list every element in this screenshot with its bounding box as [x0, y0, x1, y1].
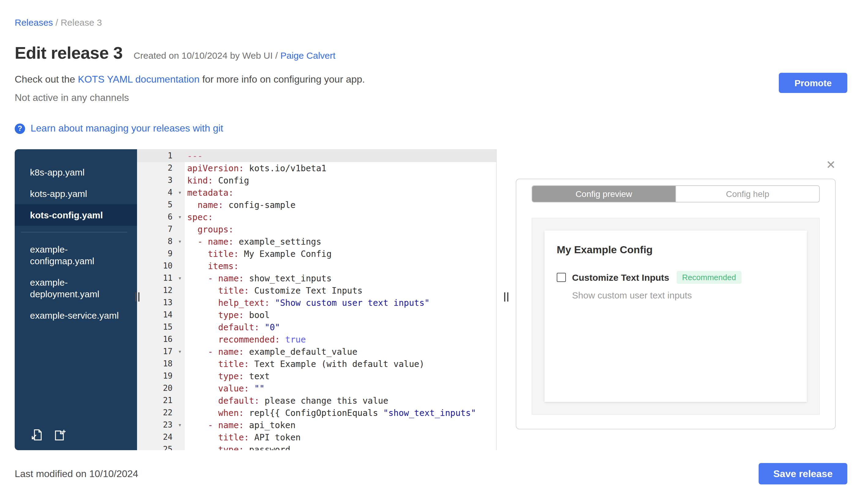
code-line-text: - name: example_settings [185, 236, 496, 248]
line-number: 18 [137, 358, 185, 370]
code-line[interactable]: 2apiVersion: kots.io/v1beta1 [137, 162, 496, 174]
line-number: 19 [137, 370, 185, 382]
resize-handle-left[interactable] [135, 292, 140, 302]
code-line[interactable]: 8▾ - name: example_settings [137, 236, 496, 248]
add-file-icon[interactable] [53, 428, 67, 442]
code-line[interactable]: 11▾ - name: show_text_inputs [137, 272, 496, 284]
code-line-text: - name: example_default_value [185, 346, 496, 358]
config-group-title: My Example Config [557, 244, 795, 256]
code-line[interactable]: 4▾metadata: [137, 187, 496, 199]
code-line-text: spec: [185, 211, 496, 223]
docs-text-before: Check out the [15, 74, 75, 84]
code-line-text: value: "" [185, 382, 496, 395]
recommended-badge: Recommended [677, 271, 742, 284]
code-line-text: type: text [185, 370, 496, 382]
code-line-text: title: Customize Text Inputs [185, 284, 496, 297]
preview-close-row: ✕ [516, 158, 836, 172]
fold-arrow-icon[interactable]: ▾ [178, 236, 182, 248]
upload-file-icon[interactable] [30, 428, 43, 442]
line-number: 17▾ [137, 346, 185, 358]
fold-arrow-icon[interactable]: ▾ [178, 211, 182, 223]
kots-docs-link[interactable]: KOTS YAML documentation [78, 74, 199, 84]
tab-config-help[interactable]: Config help [676, 186, 819, 202]
author-link[interactable]: Paige Calvert [280, 50, 336, 61]
docs-line: Check out the KOTS YAML documentation fo… [15, 74, 847, 85]
code-line[interactable]: 18 title: Text Example (with default val… [137, 358, 496, 370]
fold-arrow-icon[interactable]: ▾ [178, 419, 182, 431]
code-line[interactable]: 7 groups: [137, 223, 496, 236]
save-release-button[interactable]: Save release [759, 463, 847, 485]
code-line[interactable]: 16 recommended: true [137, 333, 496, 346]
file-tree-divider [21, 232, 127, 233]
code-line[interactable]: 1--- [137, 150, 496, 162]
code-line-text: apiVersion: kots.io/v1beta1 [185, 162, 496, 174]
code-line-text: help_text: "Show custom user text inputs… [185, 297, 496, 309]
file-item-example-deployment[interactable]: example-deployment.yaml [30, 271, 125, 305]
code-line[interactable]: 3kind: Config [137, 174, 496, 187]
code-line-text: when: repl{{ ConfigOptionEquals "show_te… [185, 407, 496, 419]
code-line[interactable]: 24 title: API token [137, 431, 496, 443]
line-number: 6▾ [137, 211, 185, 223]
file-item-k8s-app[interactable]: k8s-app.yaml [30, 161, 125, 183]
code-line[interactable]: 20 value: "" [137, 382, 496, 395]
config-preview-panel: Config preview Config help My Example Co… [516, 178, 836, 429]
breadcrumb-releases-link[interactable]: Releases [15, 17, 53, 27]
created-text: Created on 10/10/2024 by Web UI / [134, 50, 278, 61]
line-number: 10 [137, 260, 185, 272]
line-number: 24 [137, 431, 185, 443]
breadcrumb: Releases / Release 3 [15, 0, 847, 27]
code-line[interactable]: 23▾ - name: api_token [137, 419, 496, 431]
code-line[interactable]: 19 type: text [137, 370, 496, 382]
promote-button[interactable]: Promote [779, 73, 847, 93]
title-row: Edit release 3 Created on 10/10/2024 by … [15, 43, 847, 63]
tab-config-preview[interactable]: Config preview [532, 186, 676, 202]
code-line-text: name: config-sample [185, 199, 496, 211]
code-line[interactable]: 12 title: Customize Text Inputs [137, 284, 496, 297]
fold-arrow-icon[interactable]: ▾ [178, 346, 182, 358]
file-tree-sidebar: k8s-app.yaml kots-app.yaml kots-config.y… [15, 149, 137, 450]
fold-arrow-icon[interactable]: ▾ [178, 272, 182, 284]
code-line[interactable]: 5 name: config-sample [137, 199, 496, 211]
code-line[interactable]: 25 type: password [137, 443, 496, 450]
code-line[interactable]: 9 title: My Example Config [137, 248, 496, 260]
page-footer: Last modified on 10/10/2024 Save release [15, 463, 847, 485]
resize-handle-right[interactable] [504, 292, 508, 302]
yaml-code-editor[interactable]: 1---2apiVersion: kots.io/v1beta13kind: C… [137, 149, 497, 450]
file-item-example-service[interactable]: example-service.yaml [30, 305, 125, 326]
code-line-text: default: "0" [185, 321, 496, 333]
line-number: 25 [137, 443, 185, 450]
git-help-link[interactable]: Learn about managing your releases with … [30, 123, 223, 134]
line-number: 2 [137, 162, 185, 174]
line-number: 5 [137, 199, 185, 211]
code-line[interactable]: 21 default: please change this value [137, 395, 496, 407]
code-line[interactable]: 14 type: bool [137, 309, 496, 321]
code-line-text: type: bool [185, 309, 496, 321]
code-line-text: kind: Config [185, 174, 496, 187]
customize-text-inputs-checkbox[interactable] [557, 273, 566, 282]
file-item-example-configmap[interactable]: example-configmap.yaml [30, 239, 125, 271]
line-number: 9 [137, 248, 185, 260]
code-line[interactable]: 13 help_text: "Show custom user text inp… [137, 297, 496, 309]
code-line[interactable]: 10 items: [137, 260, 496, 272]
config-item-row: Customize Text Inputs Recommended [557, 271, 795, 284]
fold-arrow-icon[interactable]: ▾ [178, 187, 182, 199]
code-line[interactable]: 15 default: "0" [137, 321, 496, 333]
last-modified-text: Last modified on 10/10/2024 [15, 468, 138, 479]
page-title: Edit release 3 [15, 43, 123, 63]
checkbox-label: Customize Text Inputs [572, 272, 669, 282]
line-number: 14 [137, 309, 185, 321]
docs-text-after: for more info on configuring your app. [202, 74, 365, 84]
code-line-text: groups: [185, 223, 496, 236]
close-icon[interactable]: ✕ [826, 158, 836, 171]
code-line[interactable]: 6▾spec: [137, 211, 496, 223]
file-item-kots-app[interactable]: kots-app.yaml [30, 183, 125, 204]
config-item-help-text: Show custom user text inputs [572, 290, 795, 300]
code-line[interactable]: 22 when: repl{{ ConfigOptionEquals "show… [137, 407, 496, 419]
line-number: 7 [137, 223, 185, 236]
preview-tabs: Config preview Config help [532, 185, 820, 202]
release-editor-page: Releases / Release 3 Edit release 3 Crea… [0, 0, 862, 504]
code-line[interactable]: 17▾ - name: example_default_value [137, 346, 496, 358]
file-item-kots-config-selected[interactable]: kots-config.yaml [15, 204, 137, 226]
line-number: 16 [137, 333, 185, 346]
line-number: 3 [137, 174, 185, 187]
